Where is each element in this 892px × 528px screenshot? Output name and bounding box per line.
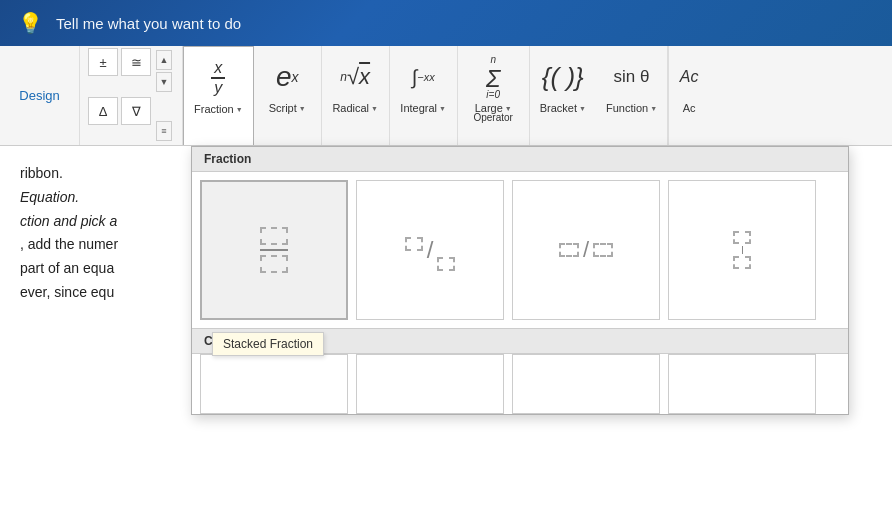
scroll-arrows-1: ▲ ▼ xyxy=(154,48,174,94)
common-item-3[interactable] xyxy=(512,354,660,414)
fraction-button[interactable]: x y Fraction ▼ xyxy=(183,46,254,145)
bg-line3: ction and pick a xyxy=(20,210,180,234)
bracket-label: Bracket xyxy=(540,102,577,114)
frac-bot-box xyxy=(260,255,288,273)
accent-button[interactable]: Ac Ac xyxy=(669,46,709,145)
fraction-dropdown-arrow: ▼ xyxy=(236,106,243,113)
function-label-row: Function ▼ xyxy=(606,102,657,114)
radical-dropdown-arrow: ▼ xyxy=(371,105,378,112)
fraction-label: Fraction xyxy=(194,103,234,115)
skewed-bot-box xyxy=(437,257,455,271)
common-item-2[interactable] xyxy=(356,354,504,414)
skewed-top-box xyxy=(405,237,423,251)
stacked-fraction-tooltip: Stacked Fraction xyxy=(212,332,324,356)
frac-divider xyxy=(260,249,288,251)
radical-label-row: Radical ▼ xyxy=(332,102,378,114)
background-content: ribbon. Equation. ction and pick a , add… xyxy=(0,146,200,321)
plus-minus-symbol[interactable]: ± xyxy=(88,48,118,76)
linear-right-box xyxy=(593,243,613,257)
skewed-slash: / xyxy=(427,238,434,262)
ribbon-toolbar: Design ± ≅ ▲ ▼ Δ ∇ ≡ x y xyxy=(0,46,892,146)
integral-dropdown-arrow: ▼ xyxy=(439,105,446,112)
function-icon: sin θ xyxy=(614,52,650,102)
large-operator-button[interactable]: n Σ i=0 Large ▼ Operator xyxy=(458,46,530,145)
integral-label: Integral xyxy=(400,102,437,114)
scroll-down-arrow[interactable]: ▼ xyxy=(156,72,172,92)
delta-symbol[interactable]: Δ xyxy=(88,97,118,125)
integral-label-row: Integral ▼ xyxy=(400,102,446,114)
bg-line1: ribbon. xyxy=(20,162,180,186)
scroll-up-arrow[interactable]: ▲ xyxy=(156,50,172,70)
function-dropdown-arrow: ▼ xyxy=(650,105,657,112)
integral-icon: ∫−xx xyxy=(412,52,435,102)
bg-line6: ever, since equ xyxy=(20,281,180,305)
linear-left-box xyxy=(559,243,579,257)
design-tab[interactable]: Design xyxy=(0,46,80,145)
small-divider xyxy=(742,246,743,254)
symbols-row-1: ± ≅ ▲ ▼ xyxy=(88,48,174,94)
function-button[interactable]: sin θ Function ▼ xyxy=(596,46,668,145)
radical-icon: n√x xyxy=(340,52,370,102)
skewed-fraction-symbol: / xyxy=(405,229,456,271)
bracket-function-area: {( )} Bracket ▼ sin θ Function ▼ xyxy=(530,46,669,145)
fraction-section-title: Fraction xyxy=(192,147,848,172)
common-items-strip xyxy=(192,354,848,414)
function-label: Function xyxy=(606,102,648,114)
symbols-row-2: Δ ∇ ≡ xyxy=(88,97,174,143)
lightbulb-icon: 💡 xyxy=(16,9,44,37)
linear-fraction-symbol: / xyxy=(559,237,613,263)
small-fraction-item[interactable] xyxy=(668,180,816,320)
frac-top-box xyxy=(260,227,288,245)
large-operator-label2: Operator xyxy=(473,112,512,123)
fraction-items-row: Stacked Fraction / / xyxy=(192,172,848,328)
bracket-icon: {( )} xyxy=(542,52,584,102)
scroll-arrows-2: ≡ xyxy=(154,97,174,143)
bg-line2: Equation. xyxy=(20,186,180,210)
script-label: Script xyxy=(269,102,297,114)
small-bot-box xyxy=(733,256,751,269)
large-op-dropdown-arrow: ▼ xyxy=(505,105,512,112)
fraction-icon: x y xyxy=(211,53,225,103)
large-operator-icon: n Σ i=0 xyxy=(486,52,500,102)
fraction-label-row: Fraction ▼ xyxy=(194,103,243,115)
bracket-dropdown-arrow: ▼ xyxy=(579,105,586,112)
stacked-fraction-symbol xyxy=(260,227,288,273)
linear-slash: / xyxy=(583,237,589,263)
radical-label: Radical xyxy=(332,102,369,114)
script-label-row: Script ▼ xyxy=(269,102,306,114)
radical-button[interactable]: n√x Radical ▼ xyxy=(322,46,390,145)
skewed-fraction-item[interactable]: / xyxy=(356,180,504,320)
common-item-4[interactable] xyxy=(668,354,816,414)
script-icon: ex xyxy=(276,52,299,102)
bg-line4: , add the numer xyxy=(20,233,180,257)
nabla-symbol[interactable]: ∇ xyxy=(121,97,151,125)
congruent-symbol[interactable]: ≅ xyxy=(121,48,151,76)
search-bar-text[interactable]: Tell me what you want to do xyxy=(56,15,241,32)
small-top-box xyxy=(733,231,751,244)
script-dropdown-arrow: ▼ xyxy=(299,105,306,112)
common-item-1[interactable] xyxy=(200,354,348,414)
scroll-more-arrow[interactable]: ≡ xyxy=(156,121,172,141)
integral-button[interactable]: ∫−xx Integral ▼ xyxy=(390,46,458,145)
symbols-area: ± ≅ ▲ ▼ Δ ∇ ≡ xyxy=(80,46,183,145)
search-bar: 💡 Tell me what you want to do xyxy=(0,0,892,46)
accent-icon: Ac xyxy=(680,52,699,102)
accent-label: Ac xyxy=(683,102,696,114)
accent-label-row: Ac xyxy=(683,102,696,114)
fraction-dropdown-panel: Fraction Stacked Fraction / xyxy=(191,146,849,415)
bg-line5: part of an equa xyxy=(20,257,180,281)
bracket-label-row: Bracket ▼ xyxy=(540,102,586,114)
linear-fraction-item[interactable]: / xyxy=(512,180,660,320)
small-fraction-symbol xyxy=(733,231,751,269)
bracket-button[interactable]: {( )} Bracket ▼ xyxy=(530,46,596,145)
stacked-fraction-item[interactable]: Stacked Fraction xyxy=(200,180,348,320)
script-button[interactable]: ex Script ▼ xyxy=(254,46,322,145)
